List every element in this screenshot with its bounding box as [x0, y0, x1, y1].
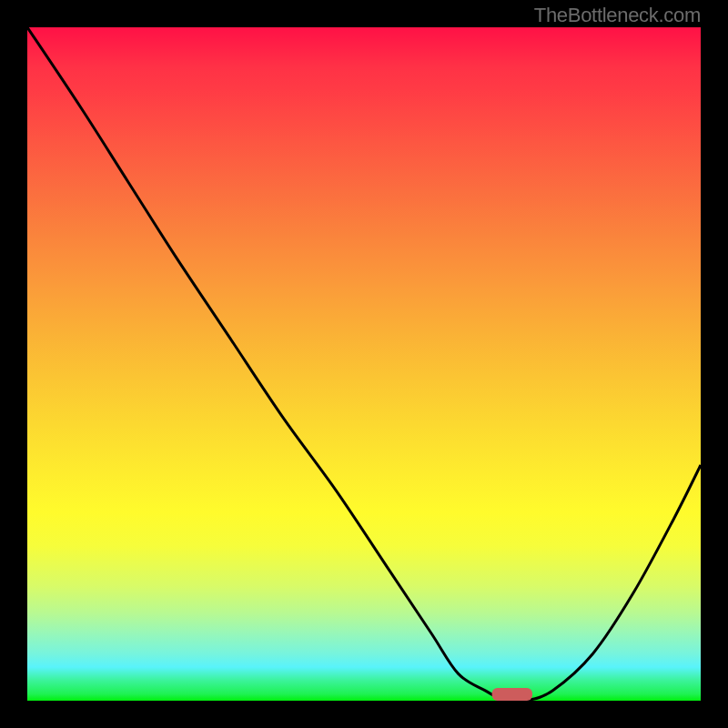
bottleneck-curve [27, 27, 701, 701]
optimum-marker [492, 688, 532, 701]
chart-plot-area [27, 27, 701, 701]
watermark-label: TheBottleneck.com [534, 4, 701, 27]
chart-outer-frame: TheBottleneck.com [0, 0, 728, 728]
chart-svg-layer [27, 27, 701, 701]
